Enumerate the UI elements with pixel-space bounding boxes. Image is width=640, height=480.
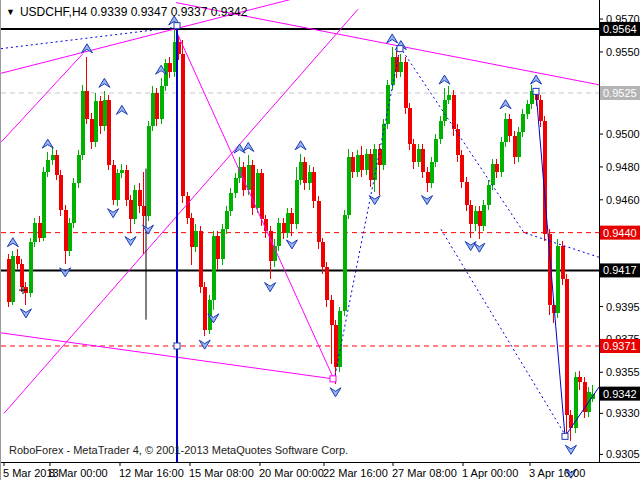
candle-body-up [447, 95, 451, 100]
candle-body-down [334, 325, 338, 368]
selection-handle-magenta[interactable] [330, 376, 336, 382]
candle-body-down [378, 149, 382, 165]
candle-body-up [68, 223, 72, 251]
candle-body-up [133, 190, 137, 220]
fractal-down-icon [143, 225, 154, 234]
trendline-11[interactable] [565, 387, 599, 436]
time-label: 15 Mar 08:00 [189, 467, 254, 479]
price-badge-label: 0.9371 [603, 340, 637, 352]
fractal-down-icon [422, 196, 433, 205]
time-label: 8 Mar 00:00 [49, 467, 108, 479]
candle-body-down [260, 173, 264, 219]
candle-body-up [343, 215, 347, 312]
chart-canvas[interactable]: 0.95700.95500.95000.94800.94600.93950.93… [1, 0, 640, 480]
candle-body-up [521, 114, 525, 132]
candle-body-up [482, 205, 486, 226]
candle-body-up [443, 100, 447, 121]
trendline-9[interactable] [441, 229, 565, 434]
price-badge-label: 0.9417 [603, 264, 637, 276]
candle-body-down [460, 155, 464, 181]
fractal-up-icon [387, 34, 398, 43]
candle-body-down [138, 190, 142, 206]
candle-body-up [365, 154, 369, 170]
candle-body-up [487, 185, 491, 205]
candle-body-up [11, 256, 15, 302]
candle-body-down [186, 196, 190, 217]
candle-body-down [129, 200, 133, 220]
candle-body-up [500, 142, 504, 172]
fractal-up-icon [500, 100, 511, 109]
trendline-10[interactable] [536, 91, 565, 436]
candle-body-down [408, 108, 412, 144]
price-badge-label: 0.9440 [603, 227, 637, 239]
trendline-3[interactable] [176, 31, 333, 378]
candle-body-up [295, 180, 299, 224]
candle-body-up [517, 132, 521, 157]
time-label: 20 Mar 00:00 [259, 467, 324, 479]
selection-handle[interactable] [174, 343, 180, 349]
fractal-up-icon [116, 105, 127, 114]
candle-body-up [299, 162, 303, 180]
candle-body-down [112, 165, 116, 199]
candle-body-down [203, 287, 207, 330]
candle-body-down [452, 95, 456, 129]
candle-body-down [317, 201, 321, 242]
candle-body-down [578, 377, 582, 382]
candle-body-up [277, 223, 281, 246]
fractal-down-icon [465, 242, 476, 251]
fractal-down-icon [60, 268, 71, 277]
chart-menu-icon[interactable]: ▼ [6, 7, 15, 17]
candle-body-up [229, 193, 233, 211]
candle-body-up [491, 164, 495, 185]
candle-body-down [155, 93, 159, 119]
candle-body-down [465, 182, 469, 205]
selection-handle[interactable] [397, 46, 403, 52]
candle-body-down [282, 223, 286, 233]
candle-body-up [120, 170, 124, 173]
candle-body-down [351, 157, 355, 172]
fractal-down-icon [565, 445, 576, 454]
candle-body-up [72, 183, 76, 222]
fractal-down-icon [199, 340, 210, 349]
price-label: 0.9480 [606, 161, 640, 173]
candle-body-up [225, 211, 229, 229]
selection-handle[interactable] [533, 88, 539, 94]
price-label: 0.9305 [606, 448, 640, 460]
price-badge-label: 0.9525 [603, 87, 637, 99]
fractal-down-icon [108, 209, 119, 218]
candle-body-down [321, 242, 325, 267]
candle-body-up [116, 173, 120, 199]
candle-body-up [247, 165, 251, 190]
candle-body-down [64, 210, 68, 251]
price-label: 0.9500 [606, 128, 640, 140]
candle-body-down [7, 259, 11, 302]
candle-body-down [456, 129, 460, 155]
trendline-2[interactable] [4, 9, 358, 413]
price-label: 0.9355 [606, 366, 640, 378]
candle-body-down [561, 246, 565, 279]
selection-handle[interactable] [174, 23, 180, 29]
candle-body-up [386, 85, 390, 124]
fractal-down-icon [20, 309, 31, 318]
trendline-4[interactable] [1, 333, 333, 379]
time-label: 3 Apr 16:00 [529, 467, 585, 479]
price-label: 0.9395 [606, 301, 640, 313]
candle-body-up [556, 246, 560, 313]
mt4-chart-window: 0.95700.95500.95000.94800.94600.93950.93… [0, 0, 640, 480]
candle-body-down [539, 100, 543, 121]
candle-body-up [194, 231, 198, 247]
candle-body-down [478, 211, 482, 226]
fractal-down-icon [125, 237, 136, 246]
candle-body-down [312, 172, 316, 202]
price-label: 0.9550 [606, 46, 640, 58]
candle-body-down [565, 279, 569, 415]
selection-handle[interactable] [562, 433, 568, 439]
candle-body-down [412, 144, 416, 162]
candle-body-down [508, 119, 512, 135]
trendline-1[interactable] [1, 54, 83, 143]
fractal-down-icon [265, 283, 276, 292]
candle-body-down [99, 101, 103, 126]
candle-body-up [151, 93, 155, 126]
candle-body-up [147, 126, 151, 216]
price-badge-label: 0.9342 [603, 388, 637, 400]
